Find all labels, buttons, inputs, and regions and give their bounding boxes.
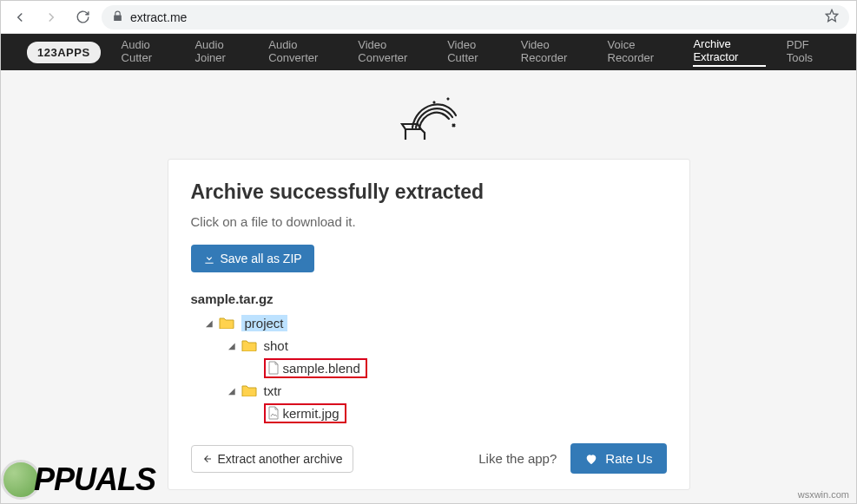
folder-icon [241, 384, 257, 396]
tree-label-project: project [241, 315, 287, 331]
watermark-site: wsxwin.com [798, 489, 849, 500]
tree-collapse-icon[interactable]: ◢ [226, 386, 238, 396]
lock-icon [112, 10, 123, 24]
tree-collapse-icon[interactable]: ◢ [226, 341, 238, 350]
extract-another-label: Extract another archive [218, 452, 343, 466]
bookmark-star-icon[interactable] [825, 9, 839, 25]
nav-voice-recorder[interactable]: Voice Recorder [608, 38, 673, 66]
folder-icon [241, 339, 257, 351]
page-body: Archive successfully extracted Click on … [1, 70, 856, 503]
tree-file-kermit-jpg[interactable]: kermit.jpg [248, 402, 667, 424]
browser-toolbar: extract.me [1, 1, 856, 34]
page-title: Archive successfully extracted [191, 180, 667, 204]
nav-audio-converter[interactable]: Audio Converter [268, 38, 337, 66]
tree-label-shot: shot [264, 338, 288, 353]
heart-icon [584, 452, 598, 466]
tree-label-sample-blend: sample.blend [283, 361, 360, 376]
file-tree: ◢ project ◢ shot sample.b [191, 311, 667, 424]
url-text: extract.me [130, 10, 187, 24]
watermark-text: PPUALS [34, 461, 155, 498]
rate-us-button[interactable]: Rate Us [570, 443, 666, 474]
tree-folder-shot[interactable]: ◢ shot [226, 334, 667, 357]
tree-file-sample-blend[interactable]: sample.blend [248, 357, 667, 379]
result-card: Archive successfully extracted Click on … [168, 159, 690, 490]
tree-label-kermit-jpg: kermit.jpg [283, 406, 340, 421]
hero-illustration [1, 70, 856, 159]
tree-folder-project[interactable]: ◢ project [203, 311, 667, 334]
file-icon [267, 361, 280, 375]
nav-audio-joiner[interactable]: Audio Joiner [194, 38, 247, 66]
rate-us-label: Rate Us [605, 451, 652, 466]
extract-another-button[interactable]: Extract another archive [191, 445, 354, 473]
page-subtitle: Click on a file to download it. [191, 214, 667, 229]
arrow-right-icon [43, 10, 59, 25]
tree-label-txtr: txtr [264, 383, 282, 398]
nav-audio-cutter[interactable]: Audio Cutter [122, 38, 175, 66]
card-footer: Extract another archive Like the app? Ra… [191, 443, 667, 474]
back-button[interactable] [8, 5, 32, 29]
folder-icon [219, 317, 234, 329]
site-logo[interactable]: 123APPS [27, 42, 101, 63]
address-bar[interactable]: extract.me [102, 5, 849, 29]
nav-video-cutter[interactable]: Video Cutter [447, 38, 500, 66]
forward-button[interactable] [39, 5, 63, 29]
like-app-text: Like the app? [478, 451, 557, 466]
reload-button[interactable] [70, 5, 95, 29]
archive-filename: sample.tar.gz [191, 291, 667, 306]
image-file-icon [267, 406, 280, 420]
tree-folder-txtr[interactable]: ◢ txtr [226, 379, 667, 402]
rainbow-box-icon [399, 95, 459, 143]
nav-archive-extractor[interactable]: Archive Extractor [693, 37, 765, 67]
reload-icon [76, 10, 90, 24]
watermark-appuals: PPUALS [1, 460, 155, 500]
svg-marker-0 [826, 10, 837, 21]
nav-video-converter[interactable]: Video Converter [358, 38, 426, 66]
nav-pdf-tools[interactable]: PDF Tools [787, 38, 830, 66]
download-icon [203, 252, 215, 265]
tree-collapse-icon[interactable]: ◢ [203, 318, 215, 328]
arrow-left-icon [202, 454, 213, 464]
site-nav: 123APPS Audio Cutter Audio Joiner Audio … [1, 34, 856, 70]
nav-video-recorder[interactable]: Video Recorder [521, 38, 587, 66]
save-all-zip-button[interactable]: Save all as ZIP [191, 245, 314, 272]
save-all-zip-label: Save all as ZIP [221, 252, 302, 265]
arrow-left-icon [12, 10, 28, 25]
